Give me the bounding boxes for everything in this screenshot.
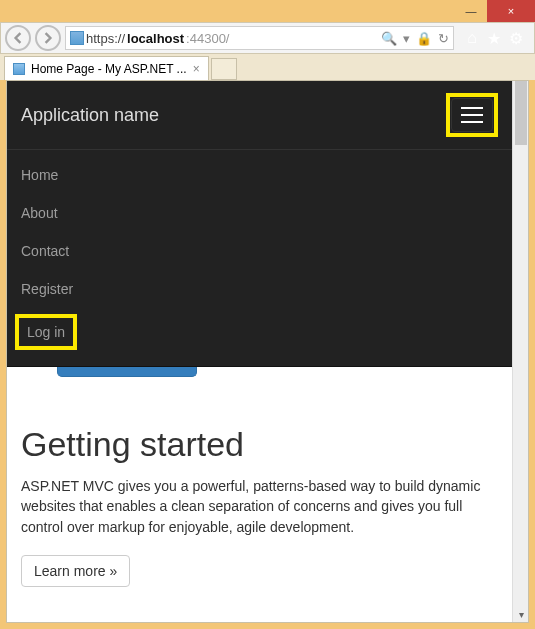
- browser-tab[interactable]: Home Page - My ASP.NET ... ×: [4, 56, 209, 80]
- address-protocol: https://: [86, 31, 125, 46]
- browser-viewport: Application name Home About Contact Regi…: [6, 80, 529, 623]
- hamburger-bar-icon: [461, 107, 483, 109]
- nav-item-register[interactable]: Register: [7, 270, 512, 308]
- scroll-down-icon[interactable]: ▾: [513, 606, 529, 622]
- new-tab-button[interactable]: [211, 58, 237, 80]
- window-minimize-button[interactable]: —: [455, 0, 487, 22]
- dropdown-icon[interactable]: ▾: [403, 31, 410, 46]
- refresh-icon[interactable]: ↻: [438, 31, 449, 46]
- back-button[interactable]: [5, 25, 31, 51]
- address-rest: :44300/: [186, 31, 229, 46]
- nav-list: Home About Contact Register Log in: [7, 150, 512, 356]
- tab-title: Home Page - My ASP.NET ...: [31, 62, 187, 76]
- nav-item-contact[interactable]: Contact: [7, 232, 512, 270]
- hamburger-bar-icon: [461, 121, 483, 123]
- favicon-icon: [13, 63, 25, 75]
- nav-item-home[interactable]: Home: [7, 156, 512, 194]
- getting-started-section: Getting started ASP.NET MVC gives you a …: [7, 385, 512, 597]
- site-navbar: Application name Home About Contact Regi…: [7, 81, 512, 367]
- hamburger-button[interactable]: [451, 98, 493, 132]
- learn-more-button[interactable]: Learn more »: [21, 555, 130, 587]
- hero-button-remnant: [57, 367, 197, 377]
- hamburger-bar-icon: [461, 114, 483, 116]
- home-icon[interactable]: ⌂: [464, 29, 480, 48]
- window-close-button[interactable]: ×: [487, 0, 535, 22]
- settings-icon[interactable]: ⚙: [508, 29, 524, 48]
- vertical-scrollbar[interactable]: ▴ ▾: [512, 81, 528, 622]
- tab-strip: Home Page - My ASP.NET ... ×: [0, 54, 535, 80]
- address-host: localhost: [127, 31, 184, 46]
- address-bar[interactable]: https://localhost:44300/ 🔍 ▾ 🔒 ↻: [65, 26, 454, 50]
- nav-item-login[interactable]: Log in: [15, 314, 77, 350]
- hero-remnant: [21, 367, 498, 385]
- page-content: Application name Home About Contact Regi…: [7, 81, 512, 622]
- browser-toolbar: https://localhost:44300/ 🔍 ▾ 🔒 ↻ ⌂ ★ ⚙: [0, 22, 535, 54]
- forward-button[interactable]: [35, 25, 61, 51]
- search-icon[interactable]: 🔍: [381, 31, 397, 46]
- nav-item-login-wrap: Log in: [7, 308, 512, 356]
- window-titlebar: — ×: [0, 0, 535, 22]
- brand-label[interactable]: Application name: [21, 105, 159, 126]
- lock-icon: 🔒: [416, 31, 432, 46]
- hamburger-highlight: [446, 93, 498, 137]
- section-heading: Getting started: [21, 425, 498, 464]
- nav-item-about[interactable]: About: [7, 194, 512, 232]
- section-body: ASP.NET MVC gives you a powerful, patter…: [21, 476, 498, 537]
- scroll-thumb[interactable]: [515, 81, 527, 145]
- site-icon: [70, 31, 84, 45]
- tab-close-icon[interactable]: ×: [193, 62, 200, 76]
- favorites-icon[interactable]: ★: [486, 29, 502, 48]
